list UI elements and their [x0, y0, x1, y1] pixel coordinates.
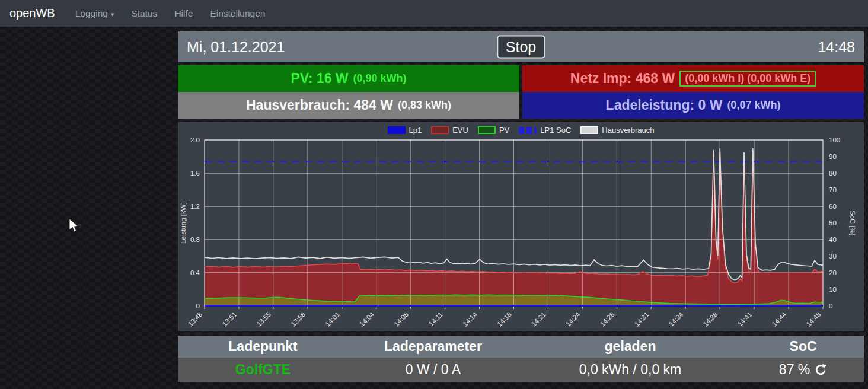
nav-items: Logging▾ Status Hilfe Einstellungen — [75, 8, 266, 19]
svg-text:14:31: 14:31 — [633, 311, 650, 328]
svg-text:0: 0 — [829, 302, 832, 310]
legend-item-pv: PV — [478, 126, 509, 135]
haus-energy: (0,83 kWh) — [398, 99, 451, 111]
status-netz-import: Netz Imp: 468 W (0,00 kWh I) (0,00 kWh E… — [522, 65, 864, 92]
ladeparameter-value: 0 W / 0 A — [348, 362, 518, 378]
svg-text:80: 80 — [829, 170, 837, 177]
svg-text:13:55: 13:55 — [255, 311, 272, 328]
chargepoint-table: Ladepunkt Ladeparameter geladen SoC Golf… — [178, 336, 864, 382]
col-soc: SoC — [742, 339, 864, 355]
legend-label: EVU — [452, 126, 468, 135]
main-content: Mi, 01.12.2021 Stop 14:48 PV: 16 W (0,90… — [178, 31, 864, 382]
svg-text:40: 40 — [829, 236, 837, 243]
netz-energy-highlight: (0,00 kWh I) (0,00 kWh E) — [679, 71, 816, 87]
svg-text:14:24: 14:24 — [564, 311, 582, 328]
nav-item-hilfe[interactable]: Hilfe — [174, 8, 193, 19]
svg-text:90: 90 — [829, 153, 837, 160]
legend-swatch — [388, 126, 406, 134]
app-brand[interactable]: openWB — [9, 7, 55, 20]
legend-label: Lp1 — [409, 126, 422, 135]
top-navbar: openWB Logging▾ Status Hilfe Einstellung… — [0, 0, 868, 27]
soc-refresh-button[interactable] — [815, 364, 827, 376]
nav-item-einstellungen[interactable]: Einstellungen — [210, 8, 265, 19]
soc-value: 87 % — [779, 362, 810, 378]
status-ladeleistung: Ladeleistung: 0 W (0,07 kWh) — [522, 92, 864, 119]
table-row: GolfGTE 0 W / 0 A 0,0 kWh / 0,0 km 87 % — [178, 358, 864, 382]
nav-item-status[interactable]: Status — [131, 8, 157, 19]
status-grid: PV: 16 W (0,90 kWh) Netz Imp: 468 W (0,0… — [178, 65, 864, 119]
header-bar: Mi, 01.12.2021 Stop 14:48 — [178, 31, 864, 62]
svg-text:14:44: 14:44 — [771, 311, 788, 328]
power-soc-chart: 13:4813:5113:5513:5814:0114:0414:0814:11… — [178, 122, 864, 331]
mouse-cursor — [69, 218, 79, 234]
legend-label: Hausverbrauch — [602, 126, 654, 135]
svg-text:14:18: 14:18 — [496, 311, 513, 328]
legend-swatch — [431, 126, 449, 134]
svg-text:14:41: 14:41 — [736, 311, 754, 328]
current-time: 14:48 — [818, 39, 855, 56]
power-chart-panel: Lp1EVUPVLP1 SoCHausverbrauch 13:4813:511… — [178, 122, 864, 331]
svg-text:14:38: 14:38 — [702, 311, 719, 328]
svg-text:14:11: 14:11 — [427, 311, 444, 327]
legend-swatch — [478, 126, 496, 134]
svg-text:70: 70 — [829, 186, 837, 193]
svg-text:0: 0 — [196, 302, 200, 310]
svg-text:14:08: 14:08 — [392, 311, 410, 328]
table-header-row: Ladepunkt Ladeparameter geladen SoC — [178, 336, 864, 358]
svg-text:20: 20 — [829, 269, 837, 276]
legend-item-hausverbrauch: Hausverbrauch — [580, 126, 654, 135]
col-geladen: geladen — [518, 339, 742, 355]
svg-text:14:14: 14:14 — [461, 311, 478, 328]
nav-item-logging[interactable]: Logging▾ — [75, 8, 114, 19]
svg-text:13:48: 13:48 — [187, 311, 204, 328]
chargepoint-name[interactable]: GolfGTE — [178, 362, 348, 378]
svg-text:13:51: 13:51 — [221, 311, 238, 328]
lade-value: Ladeleistung: 0 W — [606, 97, 723, 113]
lade-energy: (0,07 kWh) — [727, 99, 780, 111]
legend-item-lp1-soc: LP1 SoC — [519, 126, 571, 135]
svg-text:14:48: 14:48 — [805, 311, 822, 328]
svg-text:0.8: 0.8 — [190, 236, 200, 243]
chart-legend: Lp1EVUPVLP1 SoCHausverbrauch — [178, 126, 864, 135]
svg-text:Leistung [kW]: Leistung [kW] — [180, 202, 187, 244]
svg-text:1.6: 1.6 — [190, 170, 200, 177]
svg-text:14:04: 14:04 — [358, 311, 375, 328]
chevron-down-icon: ▾ — [111, 11, 114, 18]
status-pv: PV: 16 W (0,90 kWh) — [178, 65, 519, 92]
svg-text:2.0: 2.0 — [190, 136, 200, 144]
stop-button[interactable]: Stop — [497, 36, 545, 59]
openwb-main-page: openWB Logging▾ Status Hilfe Einstellung… — [0, 0, 868, 389]
svg-text:14:34: 14:34 — [668, 311, 685, 328]
col-ladepunkt: Ladepunkt — [178, 339, 348, 355]
current-date: Mi, 01.12.2021 — [187, 39, 285, 56]
svg-text:30: 30 — [829, 253, 837, 260]
legend-item-lp1: Lp1 — [388, 126, 422, 135]
refresh-icon — [815, 364, 827, 376]
haus-value: Hausverbrauch: 484 W — [246, 97, 393, 113]
svg-text:0.4: 0.4 — [190, 269, 200, 276]
soc-cell: 87 % — [742, 362, 864, 378]
netz-value: Netz Imp: 468 W — [570, 71, 675, 87]
svg-text:100: 100 — [829, 136, 840, 144]
svg-text:10: 10 — [829, 286, 837, 293]
geladen-value: 0,0 kWh / 0,0 km — [518, 362, 742, 378]
legend-swatch — [580, 126, 598, 134]
status-hausverbrauch: Hausverbrauch: 484 W (0,83 kWh) — [178, 92, 519, 119]
legend-label: PV — [499, 126, 509, 135]
svg-text:SoC [%]: SoC [%] — [849, 211, 856, 235]
legend-swatch — [519, 127, 537, 134]
legend-label: LP1 SoC — [540, 126, 571, 135]
svg-text:14:28: 14:28 — [599, 311, 616, 328]
pv-energy: (0,90 kWh) — [353, 72, 407, 85]
svg-text:50: 50 — [829, 219, 837, 227]
svg-text:14:01: 14:01 — [324, 311, 341, 328]
col-ladeparameter: Ladeparameter — [348, 339, 518, 355]
pv-value: PV: 16 W — [291, 71, 348, 87]
svg-text:13:58: 13:58 — [289, 311, 307, 328]
svg-text:60: 60 — [829, 203, 837, 210]
svg-text:1.2: 1.2 — [190, 203, 200, 210]
legend-item-evu: EVU — [431, 126, 468, 135]
svg-text:14:21: 14:21 — [530, 311, 547, 328]
